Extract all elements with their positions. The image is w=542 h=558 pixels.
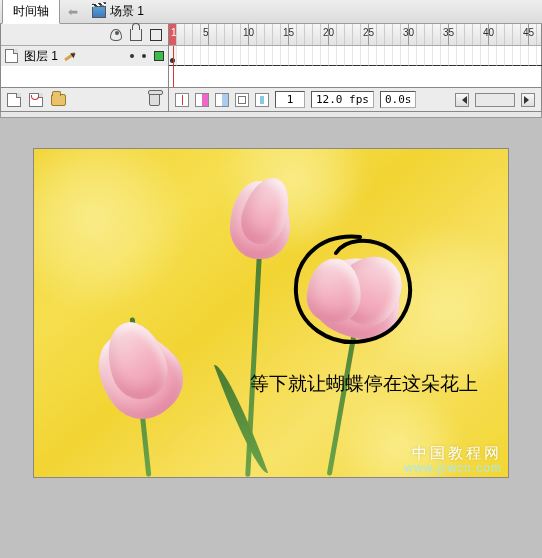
frame-cell[interactable] [257,46,265,66]
frame-cell[interactable] [193,46,201,66]
lock-icon[interactable] [130,29,142,41]
timeline-panel: 1 51015202530354045 [169,24,541,87]
timeline-status: 1 12.0 fps 0.0s [169,88,541,111]
edit-multiple-icon[interactable] [235,93,249,107]
frame-cell[interactable] [297,46,305,66]
timeline-scroll-left[interactable] [455,93,469,107]
frame-cell[interactable] [465,46,473,66]
scene-label: 场景 1 [110,3,144,20]
layers-empty-area [1,66,168,87]
layer-color-swatch[interactable] [154,51,164,61]
frame-cell[interactable] [345,46,353,66]
frame-track[interactable] [169,46,541,87]
frame-cell[interactable] [385,46,393,66]
frame-cell[interactable] [457,46,465,66]
stage-canvas[interactable]: 等下就让蝴蝶停在这朵花上 中国教程网 www.jcwcn.com [33,148,509,478]
frame-cell[interactable] [409,46,417,66]
frame-cell[interactable] [329,46,337,66]
outline-toggle-icon[interactable] [150,29,162,41]
timeline-scroll-right[interactable] [521,93,535,107]
center-frame-icon[interactable] [175,93,189,107]
frame-cell[interactable] [233,46,241,66]
frame-cell[interactable] [441,46,449,66]
hand-drawn-circle [288,231,418,349]
frame-cell[interactable] [393,46,401,66]
frame-cell[interactable] [481,46,489,66]
frame-cell[interactable] [313,46,321,66]
layers-panel: 图层 1 [1,24,169,87]
frame-cell[interactable] [305,46,313,66]
locked-dot[interactable] [142,54,146,58]
elapsed-display: 0.0s [380,91,417,108]
layer-icon [5,49,18,63]
layers-header [1,24,168,46]
delete-layer-icon[interactable] [149,93,160,106]
frame-cell[interactable] [489,46,497,66]
pencil-icon [64,51,76,60]
frame-cell[interactable] [353,46,361,66]
stage-area: 等下就让蝴蝶停在这朵花上 中国教程网 www.jcwcn.com [0,118,542,478]
frame-cell[interactable] [433,46,441,66]
fps-display: 12.0 fps [311,91,374,108]
onion-outline-icon[interactable] [215,93,229,107]
layer-name: 图层 1 [24,48,58,65]
frame-cell[interactable] [185,46,193,66]
frame-cell[interactable] [401,46,409,66]
frame-cell[interactable] [273,46,281,66]
layer-row-1[interactable]: 图层 1 [1,46,168,66]
frame-cell[interactable] [321,46,329,66]
frame-cell[interactable] [449,46,457,66]
frame-cell[interactable] [225,46,233,66]
frame-cell[interactable] [497,46,505,66]
modify-markers-icon[interactable] [255,93,269,107]
layer-tools [1,88,169,111]
frame-cell[interactable] [417,46,425,66]
frame-cell[interactable] [217,46,225,66]
frame-cell[interactable] [369,46,377,66]
onion-skin-icon[interactable] [195,93,209,107]
frame-cell[interactable] [201,46,209,66]
new-motion-guide-icon[interactable] [29,93,43,107]
frame-cell[interactable] [177,46,185,66]
frame-cell[interactable] [241,46,249,66]
tab-timeline[interactable]: 时间轴 [2,0,60,24]
frame-cell[interactable] [209,46,217,66]
frame-cell[interactable] [281,46,289,66]
new-folder-icon[interactable] [51,94,66,106]
tab-scene-1[interactable]: 场景 1 [86,3,150,20]
frame-cell[interactable] [289,46,297,66]
frame-cell[interactable] [505,46,513,66]
visibility-icon[interactable] [110,29,122,41]
frame-cell[interactable] [513,46,521,66]
tulip-center [230,181,290,259]
frame-cell[interactable] [521,46,529,66]
tulip-left [80,314,198,433]
frame-ruler[interactable]: 1 51015202530354045 [169,24,541,46]
frame-cell[interactable] [377,46,385,66]
playhead-line [173,46,174,87]
timeline-scrollbar[interactable] [475,93,515,107]
visible-dot[interactable] [130,54,134,58]
top-tab-bar: 时间轴 ⬅ 场景 1 [0,0,542,24]
frame-cell[interactable] [249,46,257,66]
frame-cell[interactable] [529,46,537,66]
frame-cell[interactable] [537,46,542,66]
frame-cell[interactable] [473,46,481,66]
clapboard-icon [92,6,106,18]
new-layer-icon[interactable] [7,93,21,107]
annotation-text: 等下就让蝴蝶停在这朵花上 [250,371,478,397]
frame-cell[interactable] [265,46,273,66]
frame-cell[interactable] [425,46,433,66]
frame-cell[interactable] [337,46,345,66]
back-button[interactable]: ⬅ [60,5,86,19]
frame-cell[interactable] [361,46,369,66]
watermark: 中国教程网 www.jcwcn.com [404,445,502,475]
current-frame-display: 1 [275,91,305,108]
